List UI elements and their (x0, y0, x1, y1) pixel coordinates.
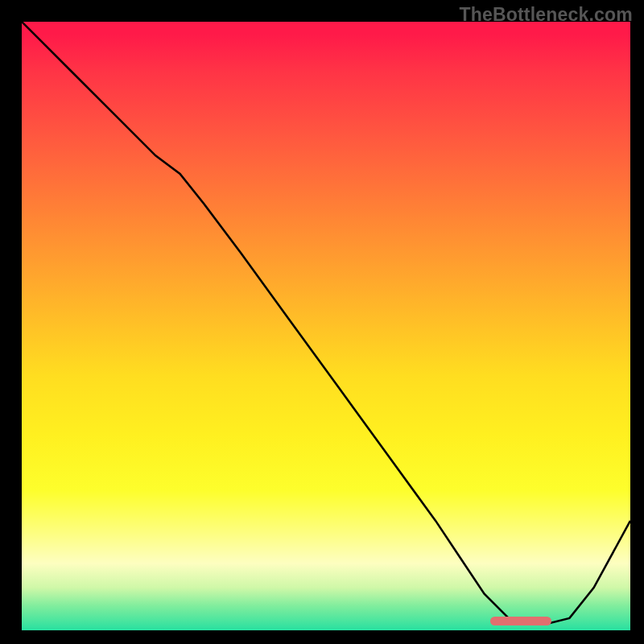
chart-container: TheBottleneck.com (0, 0, 644, 644)
plot-area (22, 22, 630, 630)
bottleneck-curve (22, 22, 630, 630)
optimal-range-marker (490, 617, 551, 625)
watermark: TheBottleneck.com (459, 4, 633, 26)
